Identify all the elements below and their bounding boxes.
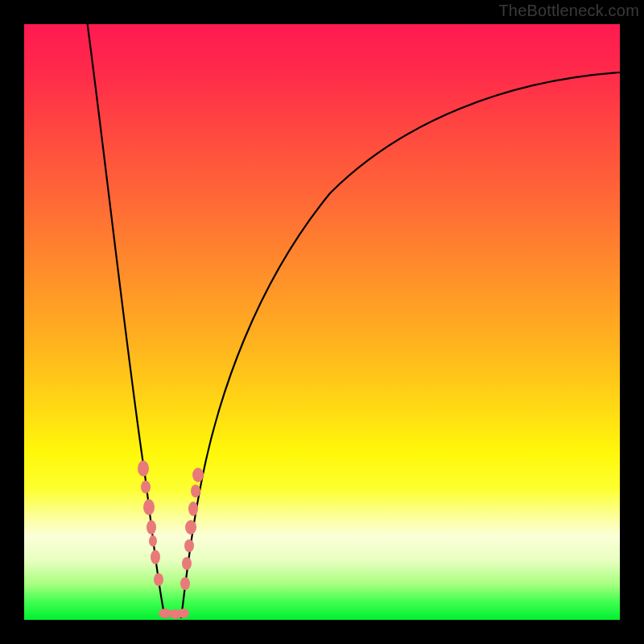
- data-marker: [143, 499, 155, 515]
- data-marker: [141, 481, 151, 493]
- data-marker: [192, 468, 204, 482]
- data-marker: [138, 460, 149, 477]
- data-marker: [147, 520, 156, 535]
- data-marker: [151, 550, 160, 564]
- watermark-text: TheBottleneck.com: [498, 2, 639, 20]
- data-marker: [184, 539, 194, 552]
- data-marker: [188, 502, 198, 516]
- data-marker: [185, 520, 196, 535]
- chart-svg: [24, 24, 620, 620]
- data-marker: [154, 573, 163, 586]
- right-curve: [181, 72, 620, 618]
- data-marker: [180, 577, 190, 590]
- data-marker: [182, 557, 192, 570]
- data-marker: [191, 485, 200, 497]
- chart-frame: TheBottleneck.com: [0, 0, 644, 644]
- data-marker: [149, 535, 157, 547]
- markers-left: [138, 460, 163, 586]
- data-marker: [178, 609, 189, 618]
- markers-bottom: [159, 609, 189, 619]
